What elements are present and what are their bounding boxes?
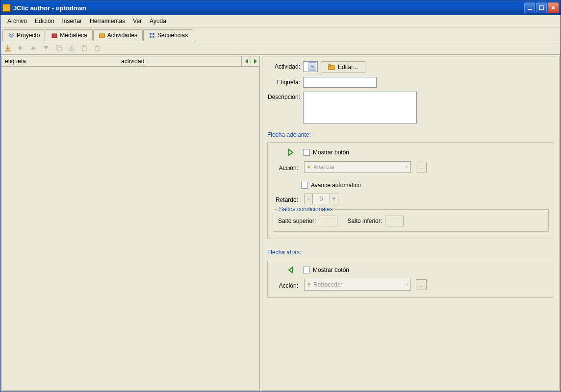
svg-point-5 — [153, 33, 154, 35]
copy-icon[interactable] — [54, 44, 63, 52]
titlebar: JClic author - uptodown — [0, 0, 561, 15]
saltos-title: Saltos condicionales — [277, 206, 334, 213]
forward-section: Mostrar botón Acción: Avanzar ... Avance… — [267, 142, 554, 239]
editar-button[interactable]: Editar... — [321, 61, 365, 73]
close-button[interactable] — [548, 2, 559, 13]
svg-rect-10 — [58, 47, 61, 51]
tab-mediateca[interactable]: Mediateca — [46, 29, 92, 41]
up-arrow-small-icon — [306, 282, 311, 287]
svg-rect-8 — [5, 50, 11, 51]
back-section: Mostrar botón Acción: Retroceder ... — [267, 260, 554, 298]
forward-accion-label: Acción: — [273, 163, 301, 172]
salto-inferior-input[interactable] — [385, 216, 404, 226]
menu-herramientas[interactable]: Herramientas — [86, 16, 129, 26]
sequence-icon — [149, 32, 155, 39]
chevron-down-icon — [405, 166, 408, 169]
forward-accion-select[interactable]: Avanzar — [304, 161, 411, 173]
salto-inferior-label: Salto inferior: — [347, 218, 382, 224]
folder-icon — [99, 32, 105, 39]
svg-rect-0 — [528, 9, 532, 10]
tab-label: Proyecto — [17, 32, 40, 39]
forward-mostrar-checkbox[interactable] — [303, 149, 310, 156]
box-icon — [51, 32, 58, 39]
menu-edicion[interactable]: Edición — [31, 16, 58, 26]
forward-accion-value: Avanzar — [313, 164, 335, 171]
svg-rect-1 — [539, 6, 543, 10]
menu-ver[interactable]: Ver — [129, 16, 146, 26]
svg-point-7 — [153, 36, 154, 38]
forward-arrow-icon — [287, 148, 294, 156]
maximize-button[interactable] — [536, 2, 547, 13]
etiqueta-label: Etiqueta: — [267, 77, 303, 86]
retardo-spinner[interactable]: − 0 + — [304, 194, 338, 204]
cut-icon[interactable] — [67, 44, 76, 52]
forward-auto-checkbox[interactable] — [301, 182, 308, 189]
retardo-label: Retardo: — [273, 195, 301, 203]
salto-superior-label: Salto superior: — [278, 218, 316, 224]
svg-point-12 — [72, 49, 75, 51]
tab-label: Actividades — [107, 32, 137, 39]
list-body[interactable] — [2, 67, 259, 390]
window-title: JClic author - uptodown — [13, 4, 524, 12]
back-title: Flecha atrás: — [267, 249, 554, 256]
salto-superior-input[interactable] — [319, 216, 337, 226]
chevron-down-icon — [308, 62, 316, 71]
tab-label: Secuencias — [157, 32, 188, 39]
svg-rect-2 — [52, 34, 57, 38]
down-arrow-small-icon — [306, 165, 311, 170]
tabbar: Proyecto Mediateca Actividades Secuencia… — [0, 27, 561, 41]
next-button[interactable] — [251, 56, 259, 66]
column-etiqueta[interactable]: etiqueta — [2, 56, 118, 66]
back-accion-select[interactable]: Retroceder — [304, 279, 411, 291]
saltos-fieldset: Saltos condicionales Salto superior: Sal… — [273, 209, 549, 232]
menu-archivo[interactable]: Archivo — [3, 16, 31, 26]
menu-insertar[interactable]: Insertar — [58, 16, 86, 26]
back-accion-label: Acción: — [273, 280, 301, 289]
svg-rect-3 — [100, 34, 104, 38]
up-arrow-icon[interactable] — [29, 44, 38, 52]
down-arrow-icon[interactable] — [42, 44, 51, 52]
menubar: Archivo Edición Insertar Herramientas Ve… — [0, 15, 561, 27]
document-icon — [8, 32, 15, 39]
forward-accion-more-button[interactable]: ... — [416, 162, 427, 172]
svg-rect-15 — [95, 47, 99, 51]
svg-rect-13 — [82, 46, 86, 51]
chevron-down-icon — [405, 283, 408, 286]
back-arrow-icon — [287, 266, 294, 274]
sequence-list: etiqueta actividad — [1, 56, 260, 391]
tab-secuencias[interactable]: Secuencias — [143, 29, 193, 41]
insert-button[interactable] — [3, 44, 12, 52]
prev-button[interactable] — [242, 56, 251, 66]
forward-auto-label: Avance automático — [311, 182, 361, 189]
actividad-label: Actividad: — [267, 61, 303, 70]
app-icon — [2, 4, 10, 12]
minimize-button[interactable] — [524, 2, 535, 13]
svg-point-4 — [150, 33, 152, 35]
properties-panel: Actividad: Editar... Etiqueta: Descripci… — [262, 56, 560, 391]
menu-ayuda[interactable]: Ayuda — [146, 16, 170, 26]
descripcion-textarea[interactable] — [303, 92, 417, 123]
etiqueta-input[interactable] — [303, 77, 377, 88]
tab-actividades[interactable]: Actividades — [93, 29, 143, 41]
actividad-dropdown[interactable] — [303, 61, 318, 72]
back-mostrar-checkbox[interactable] — [303, 267, 310, 273]
forward-mostrar-label: Mostrar botón — [313, 149, 349, 156]
forward-title: Flecha adelante: — [267, 131, 554, 138]
svg-rect-14 — [83, 45, 85, 47]
descripcion-label: Descripción: — [267, 92, 303, 100]
tab-proyecto[interactable]: Proyecto — [2, 29, 45, 41]
play-icon[interactable] — [16, 44, 25, 52]
column-actividad[interactable]: actividad — [118, 56, 242, 66]
toolbar — [0, 41, 561, 55]
back-accion-value: Retroceder — [313, 281, 342, 288]
back-accion-more-button[interactable]: ... — [416, 279, 427, 290]
delete-icon[interactable] — [93, 44, 102, 52]
paste-icon[interactable] — [80, 44, 89, 52]
svg-point-11 — [69, 49, 72, 51]
svg-rect-17 — [329, 65, 331, 66]
minus-button[interactable]: − — [304, 194, 313, 204]
tab-label: Mediateca — [60, 32, 87, 39]
retardo-value: 0 — [313, 194, 330, 204]
svg-point-6 — [150, 36, 152, 38]
plus-button[interactable]: + — [330, 194, 338, 204]
